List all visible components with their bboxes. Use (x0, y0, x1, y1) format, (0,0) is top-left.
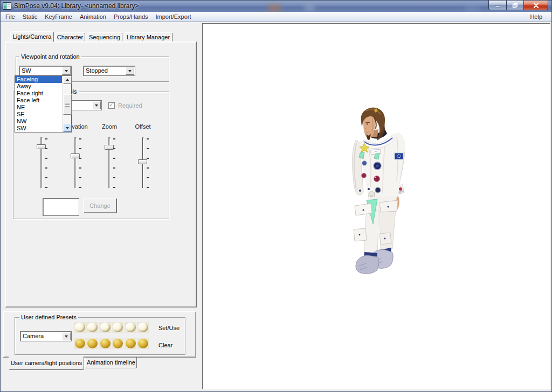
menu-item-animation[interactable]: Animation (76, 12, 110, 21)
preset-ball-icon (113, 323, 123, 332)
preset-set-button-4[interactable] (112, 322, 123, 333)
chevron-down-icon[interactable] (92, 101, 101, 109)
rotation-combobox[interactable]: Stopped (83, 66, 135, 76)
viewpoint-rotation-group-title: Viewpoint and rotation (19, 53, 81, 60)
bottom-tab-page: User defined Presets Camera Set/Use Clea… (3, 311, 196, 358)
viewpoint-combobox-value: SW (22, 67, 60, 74)
window-title: SimPose v9.04: Library- <unnamed library… (14, 2, 139, 10)
character-astronaut (349, 106, 414, 278)
3d-viewport[interactable] (202, 23, 550, 389)
dropdown-scrollbar[interactable] (63, 76, 71, 132)
preset-target-combobox-value: Camera (23, 333, 60, 339)
viewpoint-combobox[interactable]: SW (19, 66, 72, 76)
glass-reflection (464, 5, 480, 11)
preset-target-combobox[interactable]: Camera (20, 331, 72, 341)
tab-library-manager[interactable]: Library Manager (124, 32, 172, 42)
scroll-up-icon[interactable] (63, 76, 72, 84)
slider-thumb-0[interactable] (37, 144, 46, 149)
bottom-tab-user-positions[interactable]: User camera/light positions (9, 356, 84, 370)
menu-item-help[interactable]: Help (526, 12, 546, 21)
glass-reflection (267, 4, 281, 12)
preset-ball-icon (75, 339, 85, 348)
tick (45, 148, 47, 149)
slider-thumb-1[interactable] (71, 153, 80, 158)
app-icon (3, 2, 11, 10)
dropdown-option-faceing[interactable]: Faceing (15, 76, 62, 83)
preset-clear-button-6[interactable] (137, 338, 149, 349)
preset-ball-icon (100, 339, 111, 348)
preset-clear-button-2[interactable] (86, 338, 98, 349)
restore-button[interactable] (506, 1, 524, 10)
tick (147, 187, 149, 188)
preset-ball-icon (126, 323, 136, 332)
dropdown-option-face-left[interactable]: Face left (15, 97, 62, 104)
slider-thumb-2[interactable] (105, 145, 114, 150)
set-use-label: Set/Use (158, 325, 180, 331)
menu-item-props-hands[interactable]: Props/Hands (110, 12, 152, 21)
required-checkbox[interactable] (108, 102, 115, 109)
preset-clear-button-1[interactable] (74, 338, 86, 349)
tab-sequencing[interactable]: Sequencing (87, 32, 122, 42)
preset-clear-button-4[interactable] (112, 338, 123, 349)
tick (113, 138, 115, 139)
tick (147, 148, 149, 149)
dropdown-option-se[interactable]: SE (15, 111, 62, 118)
tick (79, 167, 81, 169)
slider-thumb-3[interactable] (138, 159, 147, 164)
tick (147, 158, 149, 159)
scroll-down-icon[interactable] (63, 124, 72, 132)
dropdown-option-face-right[interactable]: Face right (15, 90, 62, 97)
tick (79, 187, 81, 188)
caption-buttons (488, 1, 548, 10)
dropdown-option-sw[interactable]: SW (15, 125, 62, 132)
tick (113, 177, 115, 178)
tick (45, 158, 47, 159)
tick (45, 138, 47, 139)
preset-clear-button-3[interactable] (99, 338, 111, 349)
dropdown-option-ne[interactable]: NE (15, 104, 62, 111)
tick (45, 177, 47, 178)
menu-bar: File Static KeyFrame Animation Props/Han… (1, 12, 551, 22)
preset-ball-icon (138, 339, 148, 348)
menu-item-static[interactable]: Static (19, 12, 42, 21)
preset-ball-icon (100, 323, 111, 332)
slider-label-offset: Offset (121, 123, 164, 130)
tab-lights-camera[interactable]: Lights/Camera (10, 31, 54, 42)
menu-item-file[interactable]: File (2, 12, 19, 21)
dropdown-option-away[interactable]: Away (15, 83, 62, 90)
tick (79, 138, 81, 139)
tick (45, 187, 47, 188)
tick (45, 167, 47, 169)
bottom-tab-animation-timeline[interactable]: Animation timeline (85, 358, 137, 368)
chevron-down-icon[interactable] (126, 67, 134, 75)
preset-clear-button-5[interactable] (125, 338, 136, 349)
preset-set-button-6[interactable] (137, 322, 149, 333)
tick (113, 158, 115, 159)
menu-item-import-export[interactable]: Import/Export (152, 12, 195, 21)
tick (113, 167, 115, 169)
menu-item-keyframe[interactable]: KeyFrame (41, 12, 76, 21)
tick (79, 177, 81, 178)
required-checkbox-label: Required (118, 102, 142, 109)
tab-character[interactable]: Character (55, 32, 85, 42)
elevation-slider-track[interactable] (74, 137, 77, 188)
change-button[interactable]: Change (83, 198, 117, 213)
chevron-down-icon[interactable] (62, 332, 71, 340)
preset-ball-icon (87, 323, 98, 332)
close-button[interactable] (524, 1, 548, 10)
title-bar: SimPose v9.04: Library- <unnamed library… (1, 1, 551, 12)
preset-ball-icon (75, 323, 85, 332)
user-presets-group-title: User defined Presets (19, 314, 78, 321)
chevron-down-icon[interactable] (62, 67, 71, 75)
dropdown-option-nw[interactable]: NW (15, 118, 62, 125)
tick (113, 187, 115, 188)
preset-set-button-3[interactable] (99, 322, 111, 333)
tick (113, 148, 115, 149)
preset-set-button-1[interactable] (74, 322, 86, 333)
tick (147, 177, 149, 178)
preset-set-button-2[interactable] (86, 322, 98, 333)
scrollbar-thumb[interactable] (63, 94, 72, 115)
minimize-button[interactable] (488, 1, 506, 10)
preset-set-button-5[interactable] (125, 322, 136, 333)
value-input[interactable] (43, 198, 79, 216)
